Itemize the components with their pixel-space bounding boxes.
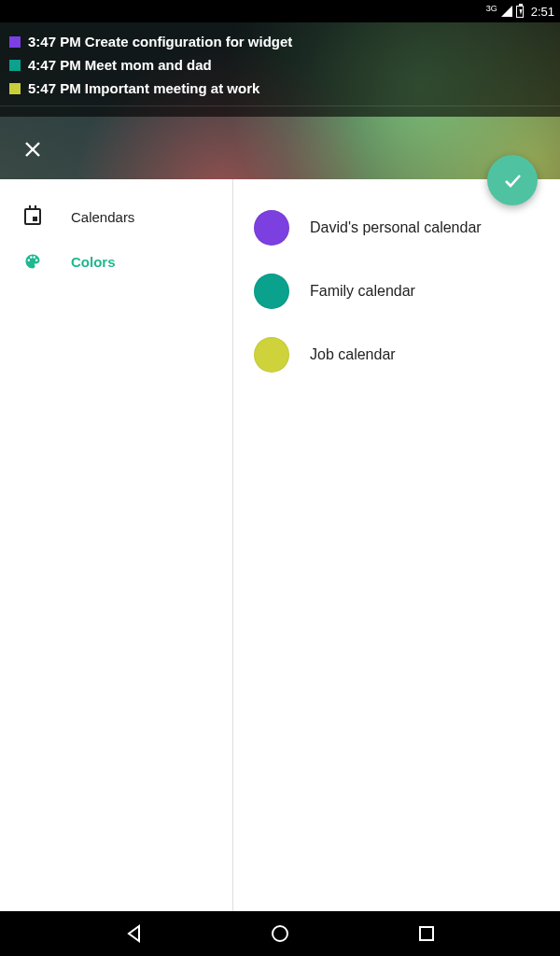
sidebar-item-calendars[interactable]: Calendars — [0, 194, 232, 239]
calendar-color-swatch — [254, 210, 289, 246]
sidebar: Calendars Colors — [0, 179, 233, 911]
notification-color-swatch — [9, 83, 21, 94]
notification-item[interactable]: 3:47 PM Create configuration for widget — [9, 30, 551, 53]
notification-text: 4:47 PM Meet mom and dad — [28, 57, 212, 73]
calendar-label: Job calendar — [310, 346, 396, 363]
calendar-color-swatch — [254, 337, 289, 373]
confirm-fab[interactable] — [487, 155, 538, 205]
calendar-row[interactable]: Job calendar — [233, 323, 560, 387]
notification-color-swatch — [9, 60, 21, 71]
calendar-row[interactable]: David's personal calendar — [233, 196, 560, 260]
status-clock: 2:51 — [531, 5, 554, 19]
close-icon — [23, 140, 42, 159]
calendar-icon — [22, 206, 43, 227]
notification-item[interactable]: 4:47 PM Meet mom and dad — [9, 53, 551, 77]
network-label: 3G — [486, 5, 497, 13]
status-bar: 3G 2:51 — [0, 0, 560, 22]
back-icon — [124, 923, 145, 944]
calendar-color-swatch — [254, 274, 289, 309]
notification-text: 3:47 PM Create configuration for widget — [28, 34, 292, 49]
signal-icon — [501, 6, 512, 17]
divider — [0, 105, 560, 106]
check-icon — [500, 168, 525, 192]
sidebar-item-label: Colors — [71, 254, 116, 270]
nav-back-button[interactable] — [122, 921, 147, 946]
battery-icon — [516, 6, 524, 18]
navigation-bar — [0, 911, 560, 956]
svg-marker-2 — [129, 926, 139, 941]
sidebar-item-label: Calendars — [71, 209, 134, 225]
recent-icon — [417, 924, 436, 943]
content: Calendars Colors David's personal calend… — [0, 179, 560, 911]
home-icon — [270, 923, 290, 944]
close-button[interactable] — [22, 139, 43, 160]
nav-home-button[interactable] — [268, 921, 292, 946]
header: 3:47 PM Create configuration for widget … — [0, 22, 560, 179]
sidebar-item-colors[interactable]: Colors — [0, 239, 232, 284]
svg-rect-4 — [420, 927, 433, 940]
palette-icon — [22, 251, 43, 272]
calendar-label: Family calendar — [310, 283, 415, 300]
notification-text: 5:47 PM Important meeting at work — [28, 80, 259, 96]
nav-recent-button[interactable] — [414, 921, 439, 946]
notification-item[interactable]: 5:47 PM Important meeting at work — [9, 77, 551, 100]
svg-point-3 — [273, 926, 287, 941]
main-panel: David's personal calendar Family calenda… — [233, 179, 560, 911]
calendar-label: David's personal calendar — [310, 219, 482, 236]
notification-color-swatch — [9, 36, 21, 48]
notifications-overlay: 3:47 PM Create configuration for widget … — [0, 22, 560, 117]
calendar-row[interactable]: Family calendar — [233, 260, 560, 323]
